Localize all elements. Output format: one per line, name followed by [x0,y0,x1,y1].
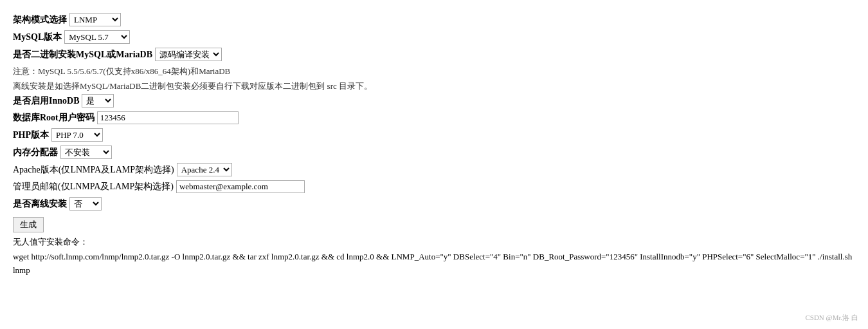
offline-row: 是否离线安装 否 是 [13,197,855,211]
offline-label: 是否离线安装 [13,198,67,210]
apache-row: Apache版本(仅LNMPA及LAMP架构选择) Apache 2.4 Apa… [13,163,855,176]
email-input[interactable] [176,180,305,193]
mysql-row: MySQL版本 MySQL 5.5 MySQL 5.6 MySQL 5.7 My… [13,30,855,44]
arch-row: 架构模式选择 LNMP LAMP LNMPA WNMP [13,13,855,26]
php-label: PHP版本 [13,129,49,141]
dbpwd-row: 数据库Root用户密码 [13,111,855,124]
innodb-row: 是否启用InnoDB 是 否 [13,94,855,108]
binary-label: 是否二进制安装MySQL或MariaDB [13,49,152,61]
apache-label: Apache版本(仅LNMPA及LAMP架构选择) [13,164,174,176]
dbpwd-label: 数据库Root用户密码 [13,112,95,124]
dbpwd-input[interactable] [97,111,239,124]
email-row: 管理员邮箱(仅LNMPA及LAMP架构选择) [13,180,855,193]
offline-select[interactable]: 否 是 [69,197,102,211]
result-label: 无人值守安装命令： [13,236,855,248]
arch-select[interactable]: LNMP LAMP LNMPA WNMP [69,13,121,26]
watermark: CSDN @Mr.洛 白 [805,313,858,323]
malloc-row: 内存分配器 不安装 jemalloc tcmalloc [13,146,855,159]
generate-button[interactable]: 生成 [13,217,44,232]
php-row: PHP版本 PHP 5.2 PHP 5.3 PHP 5.4 PHP 5.5 PH… [13,128,855,142]
binary-row: 是否二进制安装MySQL或MariaDB 源码编译安装 二进制安装 [13,48,855,61]
innodb-label: 是否启用InnoDB [13,95,79,107]
note1: 注意：MySQL 5.5/5.6/5.7(仅支持x86/x86_64架构)和Ma… [13,65,855,78]
command-block: wget http://soft.lnmp.com/lnmp/lnmp2.0.t… [13,250,855,277]
email-label: 管理员邮箱(仅LNMPA及LAMP架构选择) [13,181,174,193]
note2: 离线安装是如选择MySQL/MariaDB二进制包安装必须要自行下载对应版本二进… [13,80,855,93]
malloc-label: 内存分配器 [13,147,58,158]
binary-select[interactable]: 源码编译安装 二进制安装 [155,48,222,61]
mysql-select[interactable]: MySQL 5.5 MySQL 5.6 MySQL 5.7 MySQL 8.0 … [64,30,130,44]
mysql-label: MySQL版本 [13,32,62,43]
php-select[interactable]: PHP 5.2 PHP 5.3 PHP 5.4 PHP 5.5 PHP 5.6 … [51,128,103,142]
innodb-select[interactable]: 是 否 [82,94,114,108]
apache-select[interactable]: Apache 2.4 Apache 2.2 [177,163,232,176]
arch-label: 架构模式选择 [13,14,67,26]
generate-btn-row: 生成 [13,214,855,236]
malloc-select[interactable]: 不安装 jemalloc tcmalloc [60,146,112,159]
